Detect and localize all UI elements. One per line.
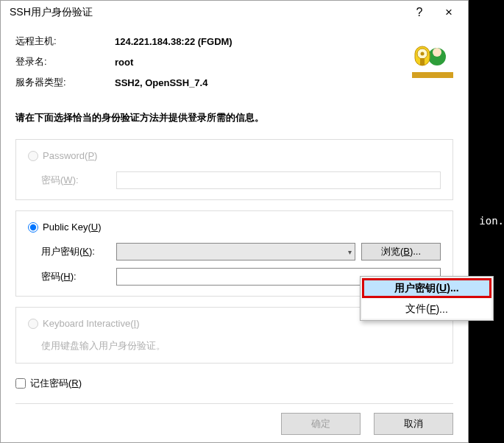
dropdown-item-userkey[interactable]: 用户密钥(U)... <box>362 278 491 298</box>
titlebar: SSH用户身份验证 ? × <box>1 1 468 24</box>
dropdown-item-file[interactable]: 文件(F)... <box>362 299 491 319</box>
password-input <box>116 171 441 189</box>
keyboard-radio-label: Keyboard Interactive(I) <box>43 318 140 329</box>
password-radio-row: Password(P) <box>28 150 441 161</box>
chevron-down-icon: ▾ <box>348 248 352 256</box>
svg-rect-7 <box>420 58 425 65</box>
remote-host-label: 远程主机: <box>15 35 115 48</box>
passphrase-label: 密码(H): <box>28 270 110 283</box>
publickey-radio-label: Public Key(U) <box>43 222 101 233</box>
dialog-footer: 确定 取消 <box>15 403 453 435</box>
remember-label: 记住密码(R) <box>30 377 82 390</box>
keyboard-hint: 使用键盘输入用户身份验证。 <box>28 339 441 352</box>
instruction-text: 请在下面选择恰当的身份验证方法并提供登录所需的信息。 <box>15 111 453 124</box>
password-radio-label: Password(P) <box>43 150 97 161</box>
help-button[interactable]: ? <box>405 2 434 23</box>
publickey-radio-row: Public Key(U) <box>28 222 441 233</box>
ssh-user-icon <box>412 40 453 84</box>
dialog-content: 远程主机: 124.221.184.38:22 (FGDM) 登录名: root… <box>1 24 468 442</box>
terminal-fragment: ion. <box>479 215 504 227</box>
login-label: 登录名: <box>15 55 115 68</box>
userkey-combo[interactable]: ▾ <box>116 243 355 261</box>
browse-button[interactable]: 浏览(B)... <box>361 243 441 261</box>
keyboard-radio[interactable] <box>28 319 38 329</box>
ssh-auth-dialog: SSH用户身份验证 ? × 远程主机: 124.221.184.38:22 (F… <box>0 0 469 443</box>
ok-button[interactable]: 确定 <box>281 413 361 435</box>
remote-host-value: 124.221.184.38:22 (FGDM) <box>115 36 406 47</box>
remember-row: 记住密码(R) <box>15 377 453 390</box>
login-value: root <box>115 57 406 68</box>
svg-point-3 <box>433 48 441 57</box>
password-field-label: 密码(W): <box>28 174 110 187</box>
password-radio[interactable] <box>28 151 38 161</box>
browse-dropdown: 用户密钥(U)... 文件(F)... <box>360 276 494 321</box>
svg-point-6 <box>421 52 425 55</box>
cancel-button[interactable]: 取消 <box>374 413 453 435</box>
close-button[interactable]: × <box>434 2 464 23</box>
publickey-radio[interactable] <box>28 222 38 233</box>
userkey-label: 用户密钥(K): <box>28 245 110 258</box>
connection-info: 远程主机: 124.221.184.38:22 (FGDM) 登录名: root… <box>15 35 453 89</box>
remember-checkbox[interactable] <box>15 378 26 389</box>
server-type-value: SSH2, OpenSSH_7.4 <box>115 77 406 88</box>
server-type-label: 服务器类型: <box>15 76 115 89</box>
svg-rect-1 <box>412 72 453 78</box>
password-section: Password(P) 密码(W): <box>15 139 453 200</box>
dialog-title: SSH用户身份验证 <box>10 6 405 19</box>
